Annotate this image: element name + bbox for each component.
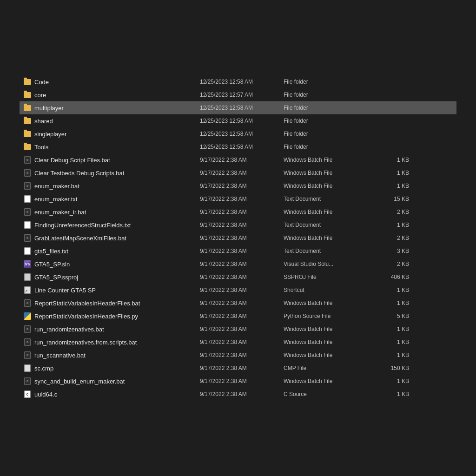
- bat-file-icon: ⚙: [23, 169, 32, 177]
- file-name-col: shared: [23, 117, 200, 125]
- bat-file-icon: ⚙: [23, 208, 32, 216]
- file-name-col: GTA5_SP.ssproj: [23, 273, 200, 281]
- file-row[interactable]: ⚙enum_maker.bat9/17/2022 2:38 AMWindows …: [20, 179, 456, 192]
- file-type: Text Document: [284, 222, 377, 228]
- file-type: SSPROJ File: [284, 274, 377, 280]
- file-row[interactable]: ⚙GrabLatestMapSceneXmlFiles.bat9/17/2022…: [20, 231, 456, 245]
- file-size: 406 KB: [377, 274, 409, 280]
- file-row[interactable]: enum_maker.txt9/17/2022 2:38 AMText Docu…: [20, 192, 456, 205]
- folder-icon: [23, 91, 32, 99]
- file-size: 150 KB: [377, 365, 409, 371]
- file-size: 2 KB: [377, 261, 409, 267]
- file-type: Windows Batch File: [284, 352, 377, 358]
- file-name-text: ReportStaticVariablesInHeaderFiles.bat: [34, 300, 140, 307]
- file-type: Windows Batch File: [284, 157, 377, 163]
- file-row[interactable]: shared12/25/2023 12:58 AMFile folder: [20, 114, 456, 127]
- file-type: File folder: [284, 79, 377, 85]
- file-row[interactable]: ⚙ReportStaticVariablesInHeaderFiles.bat9…: [20, 297, 456, 310]
- file-date: 9/17/2022 2:38 AM: [200, 222, 284, 228]
- file-date: 9/17/2022 2:38 AM: [200, 157, 284, 163]
- file-name-text: Tools: [34, 144, 48, 151]
- file-name-col: ⚙run_randomizenatives.bat: [23, 325, 200, 333]
- file-row[interactable]: singleplayer12/25/2023 12:58 AMFile fold…: [20, 127, 456, 140]
- file-date: 9/17/2022 2:38 AM: [200, 209, 284, 215]
- file-name-col: core: [23, 91, 200, 99]
- file-type: Text Document: [284, 248, 377, 254]
- file-name-text: shared: [34, 118, 53, 125]
- file-name-col: ⚙ReportStaticVariablesInHeaderFiles.bat: [23, 299, 200, 307]
- file-name-col: enum_maker.txt: [23, 195, 200, 203]
- file-row[interactable]: gta5_files.txt9/17/2022 2:38 AMText Docu…: [20, 245, 456, 258]
- file-name-col: Cuuid64.c: [23, 390, 200, 398]
- file-name-text: sync_and_build_enum_maker.bat: [34, 378, 125, 385]
- file-row[interactable]: ⚙enum_maker_ir.bat9/17/2022 2:38 AMWindo…: [20, 205, 456, 218]
- file-date: 9/17/2022 2:38 AM: [200, 352, 284, 358]
- file-name-col: ⚙GrabLatestMapSceneXmlFiles.bat: [23, 234, 200, 242]
- file-name-text: singleplayer: [34, 131, 66, 138]
- file-name-text: run_randomizenatives.from.scripts.bat: [34, 339, 137, 346]
- bat-file-icon: ⚙: [23, 156, 32, 164]
- txt-file-icon: [23, 195, 32, 203]
- file-name-text: enum_maker_ir.bat: [34, 209, 86, 216]
- file-row[interactable]: multiplayer12/25/2023 12:58 AMFile folde…: [20, 101, 456, 114]
- txt-file-icon: [23, 247, 32, 255]
- file-name-text: sc.cmp: [34, 365, 53, 372]
- file-date: 9/17/2022 2:38 AM: [200, 183, 284, 189]
- bat-file-icon: ⚙: [23, 234, 32, 242]
- cmp-file-icon: [23, 364, 32, 372]
- file-name-text: FindingUnreferencedStructFields.txt: [34, 222, 131, 229]
- file-type: Windows Batch File: [284, 300, 377, 306]
- file-row[interactable]: ⚙run_scannative.bat9/17/2022 2:38 AMWind…: [20, 349, 456, 362]
- file-name-col: ReportStaticVariablesInHeaderFiles.py: [23, 312, 200, 320]
- file-type: Windows Batch File: [284, 170, 377, 176]
- file-type: Shortcut: [284, 287, 377, 293]
- txt-file-icon: [23, 221, 32, 229]
- file-row[interactable]: Code12/25/2023 12:58 AMFile folder: [20, 75, 456, 88]
- file-size: 1 KB: [377, 339, 409, 345]
- file-date: 9/17/2022 2:38 AM: [200, 261, 284, 267]
- bat-file-icon: ⚙: [23, 351, 32, 359]
- file-row[interactable]: GTA5_SP.ssproj9/17/2022 2:38 AMSSPROJ Fi…: [20, 271, 456, 284]
- file-row[interactable]: ⚙Clear Debug Script Files.bat9/17/2022 2…: [20, 153, 456, 166]
- file-row[interactable]: Tools12/25/2023 12:58 AMFile folder: [20, 140, 456, 153]
- file-name-text: GTA5_SP.ssproj: [34, 274, 78, 281]
- file-date: 9/17/2022 2:38 AM: [200, 235, 284, 241]
- file-row[interactable]: Cuuid64.c9/17/2022 2:38 AMC Source1 KB: [20, 388, 456, 401]
- file-row[interactable]: ⚙run_randomizenatives.from.scripts.bat9/…: [20, 336, 456, 349]
- file-row[interactable]: core12/25/2023 12:57 AMFile folder: [20, 88, 456, 101]
- file-date: 12/25/2023 12:58 AM: [200, 105, 284, 111]
- file-type: Windows Batch File: [284, 183, 377, 189]
- file-name-text: ReportStaticVariablesInHeaderFiles.py: [34, 313, 138, 320]
- file-size: 1 KB: [377, 391, 409, 397]
- file-row[interactable]: FindingUnreferencedStructFields.txt9/17/…: [20, 218, 456, 231]
- file-row[interactable]: ⚙Clear Testbeds Debug Scripts.bat9/17/20…: [20, 166, 456, 179]
- file-type: File folder: [284, 118, 377, 124]
- file-row[interactable]: VSGTA5_SP.sln9/17/2022 2:38 AMVisual Stu…: [20, 258, 456, 271]
- file-name-text: enum_maker.bat: [34, 183, 79, 190]
- file-date: 9/17/2022 2:38 AM: [200, 248, 284, 254]
- file-explorer-pane: Code12/25/2023 12:58 AMFile foldercore12…: [15, 66, 461, 410]
- file-date: 9/17/2022 2:38 AM: [200, 391, 284, 397]
- file-name-text: core: [34, 92, 46, 99]
- file-type: Text Document: [284, 196, 377, 202]
- c-source-file-icon: C: [23, 390, 32, 398]
- file-name-col: multiplayer: [23, 104, 200, 112]
- file-type: CMP File: [284, 365, 377, 371]
- file-name-col: gta5_files.txt: [23, 247, 200, 255]
- file-row[interactable]: ⚙sync_and_build_enum_maker.bat9/17/2022 …: [20, 375, 456, 388]
- file-type: Visual Studio Solu...: [284, 261, 377, 267]
- file-name-col: Code: [23, 78, 200, 86]
- file-date: 12/25/2023 12:58 AM: [200, 131, 284, 137]
- file-row[interactable]: ReportStaticVariablesInHeaderFiles.py9/1…: [20, 310, 456, 323]
- file-size: 1 KB: [377, 183, 409, 189]
- file-name-col: VSGTA5_SP.sln: [23, 260, 200, 268]
- file-size: 3 KB: [377, 248, 409, 254]
- file-type: Python Source File: [284, 313, 377, 319]
- file-type: Windows Batch File: [284, 326, 377, 332]
- file-size: 15 KB: [377, 196, 409, 202]
- file-row[interactable]: sc.cmp9/17/2022 2:38 AMCMP File150 KB: [20, 362, 456, 375]
- file-row[interactable]: ⚙run_randomizenatives.bat9/17/2022 2:38 …: [20, 323, 456, 336]
- file-size: 1 KB: [377, 352, 409, 358]
- bat-file-icon: ⚙: [23, 299, 32, 307]
- file-row[interactable]: Line Counter GTA5 SP9/17/2022 2:38 AMSho…: [20, 284, 456, 297]
